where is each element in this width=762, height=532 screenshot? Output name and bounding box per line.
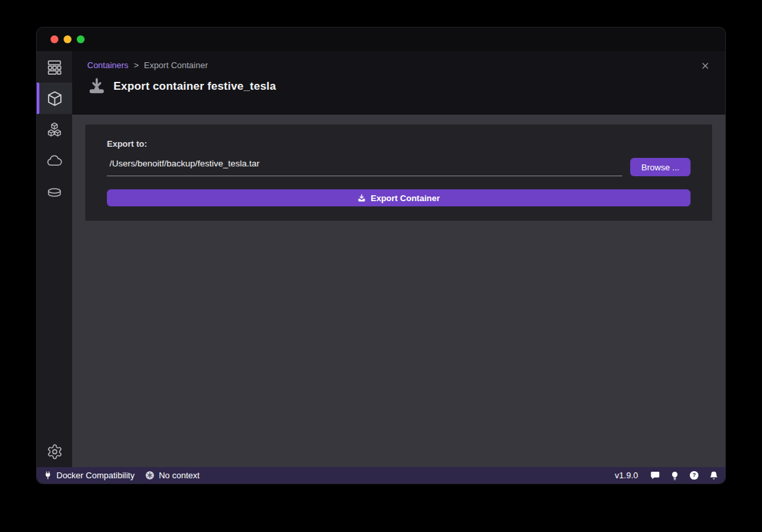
sidebar-item-settings[interactable] [37,436,72,467]
cloud-icon [46,153,63,170]
volumes-icon [46,184,63,201]
dashboard-icon [46,58,63,75]
traffic-light-close-button[interactable] [50,35,58,43]
breadcrumb-containers-link[interactable]: Containers [87,60,129,70]
sidebar-item-containers[interactable] [37,83,72,114]
docker-compatibility-label: Docker Compatibility [56,470,134,480]
export-form-panel: Export to: Browse ... [85,124,712,221]
kubernetes-context-icon [145,470,155,480]
containers-icon [46,90,64,107]
export-to-label: Export to: [107,139,691,149]
version-label: v1.9.0 [615,470,638,480]
page-title: Export container festive_tesla [113,80,276,93]
breadcrumb-current: Export Container [144,60,208,70]
sidebar-spacer [37,208,72,436]
statusbar: Docker Compatibility No context v1. [37,467,725,484]
page-header: Containers > Export Container [72,51,725,115]
traffic-light-zoom-button[interactable] [77,35,85,43]
breadcrumb-separator: > [134,60,139,70]
export-container-button[interactable]: Export Container [107,189,691,206]
breadcrumb: Containers > Export Container [87,60,710,70]
sidebar-item-images[interactable] [37,145,72,177]
main-area: Export to: Browse ... [72,115,725,467]
pods-icon [46,121,63,138]
close-icon[interactable] [699,60,711,71]
lightbulb-icon[interactable] [670,470,679,481]
notifications-bell-icon[interactable] [709,470,719,481]
help-icon[interactable]: ? [689,470,699,480]
gear-icon [47,444,63,460]
sidebar [37,51,72,467]
kubernetes-context-status[interactable]: No context [145,470,199,480]
titlebar [37,28,725,51]
context-label: No context [159,470,199,480]
export-button-label: Export Container [371,193,439,203]
sidebar-item-dashboard[interactable] [37,51,72,83]
plug-icon [43,470,52,480]
svg-text:?: ? [692,472,696,478]
download-icon [357,194,366,202]
app-window: Containers > Export Container [37,28,725,484]
traffic-light-minimize-button[interactable] [64,35,71,43]
export-path-input[interactable] [107,157,622,176]
feedback-icon[interactable] [650,470,660,480]
sidebar-item-pods[interactable] [37,114,72,145]
browse-button[interactable]: Browse ... [630,158,691,176]
docker-compatibility-status[interactable]: Docker Compatibility [43,470,134,480]
sidebar-item-volumes[interactable] [37,177,72,208]
download-icon [87,77,106,96]
